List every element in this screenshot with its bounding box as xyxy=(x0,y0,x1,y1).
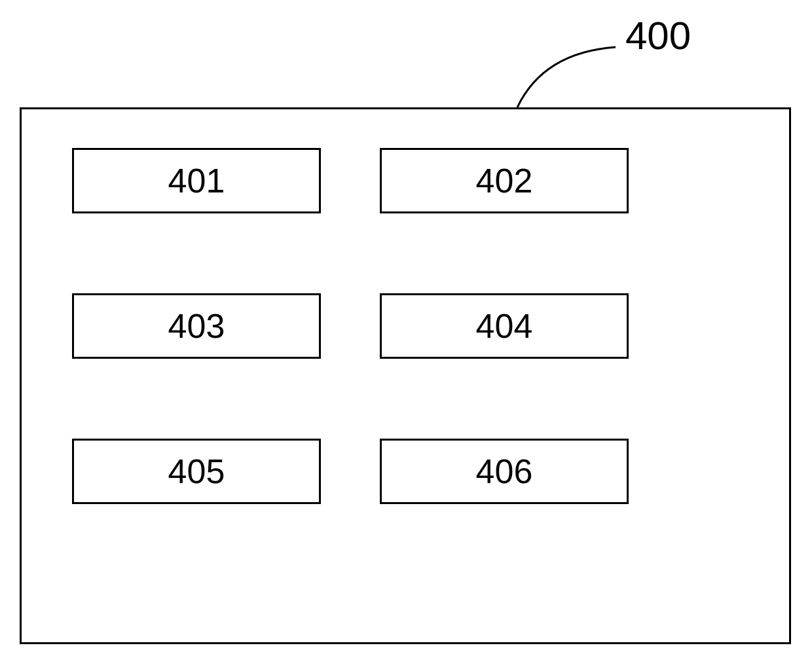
box-label: 403 xyxy=(168,306,225,346)
box-label: 405 xyxy=(168,452,225,491)
box-402: 402 xyxy=(380,148,629,213)
box-label: 402 xyxy=(476,161,533,200)
box-406: 406 xyxy=(380,439,629,504)
box-403: 403 xyxy=(72,293,321,359)
box-401: 401 xyxy=(72,148,321,213)
outer-label: 400 xyxy=(625,13,691,58)
box-label: 406 xyxy=(476,452,533,491)
box-404: 404 xyxy=(380,293,629,359)
box-label: 401 xyxy=(168,161,225,200)
box-405: 405 xyxy=(72,439,321,504)
diagram-canvas: 400 401 402 403 404 405 406 xyxy=(0,0,812,654)
box-label: 404 xyxy=(476,306,533,346)
